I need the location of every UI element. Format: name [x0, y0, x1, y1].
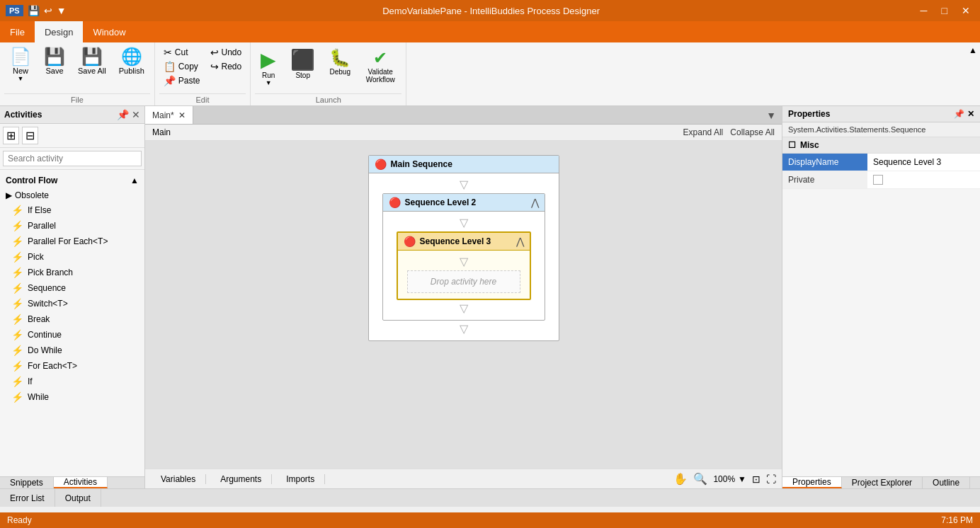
while-item[interactable]: ⚡ While: [0, 389, 144, 405]
ribbon-group-launch: ▶ Run ▼ ⬛ Stop 🐛 Debug ✔ Validate Workfl…: [251, 42, 406, 105]
search-activity-input[interactable]: [3, 151, 142, 166]
continue-item[interactable]: ⚡ Continue: [0, 327, 144, 343]
break-item[interactable]: ⚡ Break: [0, 311, 144, 327]
redo-button[interactable]: ↪ Redo: [206, 59, 246, 74]
activities-title: Activities: [4, 110, 42, 120]
tab-dropdown[interactable]: ▼: [760, 110, 782, 121]
save-button[interactable]: 💾 Save: [38, 45, 71, 78]
parallel-item[interactable]: ⚡ Parallel: [0, 218, 144, 234]
properties-tab[interactable]: Properties: [782, 477, 842, 488]
activities-toolbar: ⊞ ⊟: [0, 124, 144, 148]
arguments-tab[interactable]: Arguments: [210, 474, 272, 484]
copy-label: Copy: [178, 62, 198, 71]
variables-tab[interactable]: Variables: [151, 474, 206, 484]
quick-save-icon[interactable]: 💾: [28, 5, 40, 16]
level2-seq-icon: 🔴: [389, 197, 401, 208]
level3-sequence-body[interactable]: ▽ Drop activity here: [398, 251, 530, 299]
menu-window[interactable]: Window: [83, 21, 135, 42]
project-explorer-tab[interactable]: Project Explorer: [842, 477, 923, 488]
save-all-label: Save All: [78, 67, 106, 75]
activities-tab[interactable]: Activities: [54, 477, 108, 488]
pin-icon[interactable]: 📌: [117, 109, 129, 120]
display-name-key: DisplayName: [782, 154, 867, 171]
private-value[interactable]: [867, 171, 980, 188]
ribbon-group-file: 📄 New ▼ 💾 Save 💾 Save All 🌐 Publish File: [0, 42, 155, 105]
pick-branch-item[interactable]: ⚡ Pick Branch: [0, 265, 144, 280]
main-sequence-header[interactable]: 🔴 Main Sequence: [369, 156, 559, 173]
main-area: Activities 📌 ✕ ⊞ ⊟ Control Flow ▲ ▶ Obso…: [0, 106, 980, 488]
copy-button[interactable]: 📋 Copy: [159, 59, 205, 74]
cut-button[interactable]: ✂ Cut: [159, 45, 205, 59]
pin-properties-icon[interactable]: 📌: [954, 109, 964, 119]
sequence-icon: ⚡: [11, 282, 23, 294]
stop-button[interactable]: ⬛ Stop: [285, 45, 321, 82]
undo-button[interactable]: ↩ Undo: [206, 45, 246, 59]
zoom-out-icon[interactable]: 🔍: [693, 472, 707, 486]
paste-button[interactable]: 📌 Paste: [159, 74, 205, 88]
designer-canvas[interactable]: 🔴 Main Sequence ▽ 🔴 Sequence Level 2 ⋀: [145, 141, 782, 469]
publish-button[interactable]: 🌐 Publish: [113, 45, 150, 78]
tabs-bar: Main* ✕ ▼: [145, 106, 782, 125]
level3-seq-icon: 🔴: [404, 236, 416, 247]
display-name-value[interactable]: Sequence Level 3: [867, 154, 980, 171]
switch-item[interactable]: ⚡ Switch<T>: [0, 296, 144, 311]
expand-all-button[interactable]: Expand All: [683, 127, 724, 137]
if-item[interactable]: ⚡ If: [0, 374, 144, 389]
if-else-item[interactable]: ⚡ If Else: [0, 202, 144, 218]
level2-sequence-header[interactable]: 🔴 Sequence Level 2 ⋀: [383, 194, 545, 212]
error-list-tab[interactable]: Error List: [0, 489, 55, 507]
new-button[interactable]: 📄 New ▼: [4, 45, 37, 85]
level3-sequence-box: 🔴 Sequence Level 3 ⋀ ▽ Drop activity her…: [397, 231, 531, 300]
pick-item[interactable]: ⚡ Pick: [0, 249, 144, 265]
level3-sequence-header[interactable]: 🔴 Sequence Level 3 ⋀: [398, 233, 530, 251]
collapse-all-button[interactable]: ⊟: [22, 127, 38, 144]
main-tab-close[interactable]: ✕: [178, 110, 186, 120]
fullscreen-icon[interactable]: ⛶: [766, 474, 776, 485]
run-button[interactable]: ▶ Run ▼: [255, 45, 282, 89]
validate-button[interactable]: ✔ Validate Workflow: [359, 45, 401, 86]
outline-tab[interactable]: Outline: [923, 477, 970, 488]
properties-header: Properties 📌 ✕: [782, 106, 980, 122]
new-label: New: [13, 67, 28, 75]
control-flow-section[interactable]: Control Flow ▲: [0, 173, 144, 188]
private-checkbox[interactable]: [873, 175, 883, 185]
stop-icon: ⬛: [290, 48, 315, 71]
debug-button[interactable]: 🐛 Debug: [324, 45, 356, 79]
parallel-foreach-item[interactable]: ⚡ Parallel For Each<T>: [0, 234, 144, 249]
expand-all-button[interactable]: ⊞: [3, 127, 19, 144]
level2-collapse-icon[interactable]: ⋀: [531, 197, 539, 208]
zoom-value: 100%: [713, 474, 735, 484]
obsolete-subsection[interactable]: ▶ Obsolete: [0, 188, 144, 202]
break-label: Break: [28, 314, 50, 324]
quick-down-icon[interactable]: ▼: [57, 5, 67, 16]
level3-collapse-icon[interactable]: ⋀: [516, 236, 524, 247]
snippets-tab[interactable]: Snippets: [0, 477, 54, 488]
ribbon-scroll-up[interactable]: ▲: [966, 42, 980, 105]
minimize-button[interactable]: ─: [916, 4, 932, 18]
prop-section-expand-icon[interactable]: ☐: [788, 140, 796, 150]
save-all-button[interactable]: 💾 Save All: [72, 45, 112, 78]
output-tab[interactable]: Output: [55, 489, 101, 507]
collapse-all-button[interactable]: Collapse All: [730, 127, 775, 137]
menu-file[interactable]: File: [0, 21, 35, 42]
quick-undo-icon[interactable]: ↩: [44, 5, 52, 16]
for-each-item[interactable]: ⚡ For Each<T>: [0, 358, 144, 374]
imports-tab[interactable]: Imports: [276, 474, 325, 484]
close-properties-icon[interactable]: ✕: [967, 109, 974, 119]
do-while-item[interactable]: ⚡ Do While: [0, 343, 144, 358]
close-panel-icon[interactable]: ✕: [132, 109, 140, 120]
undo-label: Undo: [222, 47, 242, 57]
drop-arrow-2: ▽: [460, 217, 468, 229]
zoom-dropdown-icon[interactable]: ▼: [738, 474, 746, 484]
fit-icon[interactable]: ⊡: [752, 474, 760, 485]
private-row: Private: [782, 171, 980, 189]
save-label: Save: [45, 67, 63, 75]
menu-design[interactable]: Design: [35, 21, 83, 42]
hand-tool-icon[interactable]: ✋: [673, 472, 688, 486]
obsolete-expand-icon: ▶: [6, 190, 12, 200]
close-button[interactable]: ✕: [957, 4, 974, 18]
maximize-button[interactable]: □: [938, 4, 952, 18]
main-tab[interactable]: Main* ✕: [145, 106, 193, 124]
sequence-item[interactable]: ⚡ Sequence: [0, 280, 144, 296]
app-icon: PS: [6, 5, 23, 16]
